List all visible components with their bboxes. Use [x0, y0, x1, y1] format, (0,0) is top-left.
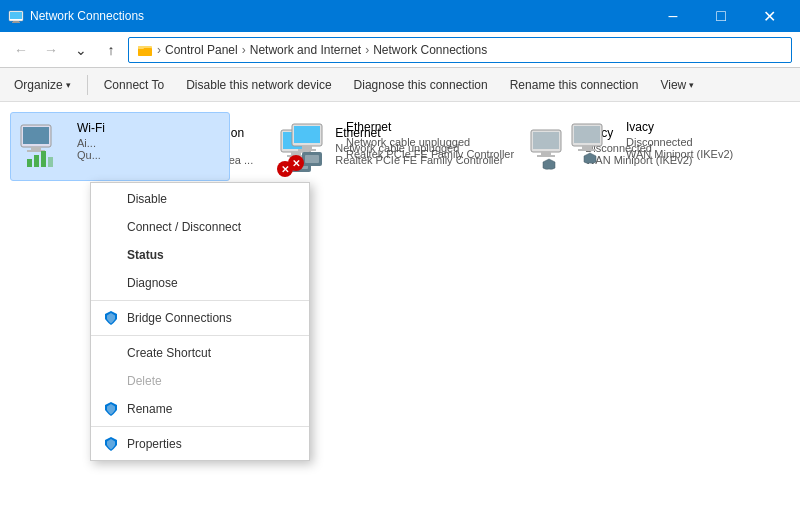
- breadcrumb-network-internet[interactable]: Network and Internet: [250, 43, 361, 57]
- svg-rect-40: [298, 149, 316, 151]
- forward-button[interactable]: →: [38, 37, 64, 63]
- svg-rect-42: [305, 155, 319, 163]
- ethernet2-status: Network cable unplugged: [346, 136, 514, 148]
- address-bar-area: ← → ⌄ ↑ › Control Panel › Network and In…: [0, 32, 800, 68]
- ctx-diagnose-label: Diagnose: [127, 276, 178, 290]
- wifi-status: Ai...: [77, 137, 105, 149]
- ctx-disable-icon: [103, 191, 119, 207]
- maximize-button[interactable]: □: [698, 0, 744, 32]
- ctx-properties-shield-icon: [103, 436, 119, 452]
- ethernet2-icon-area: ✕: [288, 120, 336, 171]
- minimize-button[interactable]: –: [650, 0, 696, 32]
- network-item-ethernet-pos[interactable]: ✕ Ethernet Network cable unplugged Realt…: [280, 112, 522, 179]
- ctx-sep-3: [91, 426, 309, 427]
- toolbar: Organize ▾ Connect To Disable this netwo…: [0, 68, 800, 102]
- svg-rect-26: [533, 132, 559, 149]
- ctx-properties[interactable]: Properties: [91, 430, 309, 458]
- svg-rect-28: [537, 155, 555, 157]
- ctx-bridge-shield-icon: [103, 310, 119, 326]
- wifi-device: Qu...: [77, 149, 105, 161]
- ctx-shortcut-label: Create Shortcut: [127, 346, 211, 360]
- ctx-disable-label: Disable: [127, 192, 167, 206]
- view-button[interactable]: View ▾: [650, 71, 704, 99]
- ethernet2-name: Ethernet: [346, 120, 514, 134]
- svg-rect-36: [48, 157, 53, 167]
- close-button[interactable]: ✕: [746, 0, 792, 32]
- back-button[interactable]: ←: [8, 37, 34, 63]
- connect-to-button[interactable]: Connect To: [94, 71, 175, 99]
- breadcrumb-control-panel[interactable]: Control Panel: [165, 43, 238, 57]
- ctx-connect-disconnect[interactable]: Connect / Disconnect: [91, 213, 309, 241]
- svg-rect-30: [23, 127, 49, 144]
- ctx-sep-1: [91, 300, 309, 301]
- ivacy2-icon-area: [568, 120, 616, 171]
- ethernet2-device: Realtek PCIe FE Family Controller: [346, 148, 514, 160]
- ctx-connect-label: Connect / Disconnect: [127, 220, 241, 234]
- ivacy2-device: WAN Miniport (IKEv2): [626, 148, 733, 160]
- ctx-status-label: Status: [127, 248, 164, 262]
- title-bar: Network Connections – □ ✕: [0, 0, 800, 32]
- dropdown-recent-button[interactable]: ⌄: [68, 37, 94, 63]
- svg-rect-45: [582, 146, 592, 149]
- title-bar-icon: [8, 8, 24, 24]
- breadcrumb: › Control Panel › Network and Internet ›…: [137, 42, 487, 58]
- ivacy2-status: Disconnected: [626, 136, 733, 148]
- svg-rect-33: [27, 159, 32, 167]
- folder-icon: [137, 42, 153, 58]
- ctx-bridge-label: Bridge Connections: [127, 311, 232, 325]
- ctx-properties-label: Properties: [127, 437, 182, 451]
- up-button[interactable]: ↑: [98, 37, 124, 63]
- svg-rect-39: [302, 146, 312, 149]
- ctx-rename[interactable]: Rename: [91, 395, 309, 423]
- svg-rect-35: [41, 151, 46, 167]
- ivacy2-name: Ivacy: [626, 120, 733, 134]
- svg-rect-46: [578, 149, 596, 151]
- ctx-rename-label: Rename: [127, 402, 172, 416]
- wifi-icon-area: [19, 121, 67, 172]
- network-item-ivacy-pos[interactable]: Ivacy Disconnected WAN Miniport (IKEv2): [560, 112, 780, 179]
- svg-rect-2: [13, 21, 19, 22]
- title-bar-controls: – □ ✕: [650, 0, 792, 32]
- organize-button[interactable]: Organize ▾: [4, 71, 81, 99]
- ctx-bridge-connections[interactable]: Bridge Connections: [91, 304, 309, 332]
- ctx-disable[interactable]: Disable: [91, 185, 309, 213]
- ctx-create-shortcut[interactable]: Create Shortcut: [91, 339, 309, 367]
- ctx-diagnose[interactable]: Diagnose: [91, 269, 309, 297]
- disable-device-button[interactable]: Disable this network device: [176, 71, 341, 99]
- organize-dropdown-arrow: ▾: [66, 80, 71, 90]
- ethernet2-info: Ethernet Network cable unplugged Realtek…: [346, 120, 514, 160]
- ctx-delete-icon: [103, 373, 119, 389]
- toolbar-separator-1: [87, 75, 88, 95]
- svg-rect-34: [34, 155, 39, 167]
- ctx-diagnose-icon: [103, 275, 119, 291]
- wifi-info: Wi-Fi Ai... Qu...: [77, 121, 105, 161]
- content-area: ✕ 🔲 ✕ ⭡ Bluetooth Network Connection Not: [0, 102, 800, 506]
- error-badge-ethernet2: ✕: [288, 155, 304, 171]
- ctx-delete: Delete: [91, 367, 309, 395]
- ivacy2-info: Ivacy Disconnected WAN Miniport (IKEv2): [626, 120, 733, 160]
- address-bar[interactable]: › Control Panel › Network and Internet ›…: [128, 37, 792, 63]
- ctx-rename-shield-icon: [103, 401, 119, 417]
- ctx-sep-2: [91, 335, 309, 336]
- rename-connection-button[interactable]: Rename this connection: [500, 71, 649, 99]
- svg-rect-31: [31, 147, 41, 150]
- breadcrumb-network-connections[interactable]: Network Connections: [373, 43, 487, 57]
- context-menu: Disable Connect / Disconnect Status Diag…: [90, 182, 310, 461]
- ctx-status-icon: [103, 247, 119, 263]
- ctx-shortcut-icon: [103, 345, 119, 361]
- wifi-name: Wi-Fi: [77, 121, 105, 135]
- ctx-delete-label: Delete: [127, 374, 162, 388]
- diagnose-button[interactable]: Diagnose this connection: [344, 71, 498, 99]
- svg-rect-38: [294, 126, 320, 143]
- ctx-connect-icon: [103, 219, 119, 235]
- ctx-status[interactable]: Status: [91, 241, 309, 269]
- svg-rect-5: [138, 48, 152, 56]
- svg-rect-44: [574, 126, 600, 143]
- svg-rect-6: [138, 46, 144, 49]
- network-item-wifi[interactable]: Wi-Fi Ai... Qu...: [10, 112, 230, 181]
- svg-rect-1: [10, 12, 22, 19]
- svg-rect-27: [541, 152, 551, 155]
- title-bar-title: Network Connections: [30, 9, 650, 23]
- wifi-icon: [19, 121, 67, 169]
- view-dropdown-arrow: ▾: [689, 80, 694, 90]
